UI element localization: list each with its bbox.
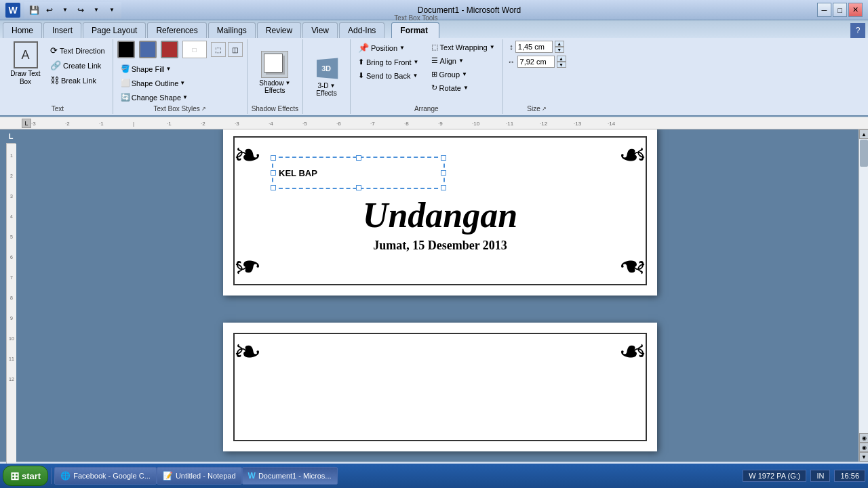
break-link-button[interactable]: ⛓ Break Link: [47, 73, 108, 87]
handle-bl[interactable]: [271, 185, 276, 190]
3d-effects-button[interactable]: 3D 3-D ▼ Effects: [308, 52, 344, 100]
scroll-up-button[interactable]: ▲: [859, 129, 868, 139]
send-to-back-button[interactable]: ⬇ Send to Back ▼: [355, 69, 422, 82]
scroll-thumb[interactable]: [860, 140, 868, 167]
position-button[interactable]: 📌 Position ▼: [355, 41, 422, 55]
tab-home[interactable]: Home: [3, 22, 42, 38]
draw-textbox-label: Draw Text Box: [7, 70, 43, 86]
3d-dropdown[interactable]: ▼: [330, 83, 336, 89]
textbox-styles-expand[interactable]: ↗: [201, 106, 206, 112]
svg-text:|: |: [133, 121, 134, 127]
tab-view[interactable]: View: [302, 22, 338, 38]
svg-text:·8: ·8: [404, 121, 409, 127]
swatch-red[interactable]: [161, 41, 178, 58]
width-down[interactable]: ▼: [557, 62, 566, 68]
ruler-content: ·3 ·2 ·1 | ·1 ·2 ·3 ·4 ·5 ·6 ·7 ·8 ·9 ·1…: [31, 117, 868, 129]
handle-bm[interactable]: [356, 185, 361, 190]
save-button[interactable]: 💾: [27, 3, 41, 17]
shape-preview: □: [182, 41, 207, 58]
redo-button[interactable]: ↪: [74, 3, 87, 17]
text-direction-button[interactable]: ⟳ Text Direction: [47, 43, 108, 58]
svg-text:10: 10: [9, 336, 14, 341]
handle-tl[interactable]: [271, 155, 276, 161]
ribbon: Home Insert Page Layout References Maili…: [0, 20, 868, 117]
scroll-next-page[interactable]: ◉: [859, 443, 868, 452]
send-back-arrow: ▼: [412, 73, 418, 79]
draw-textbox-button[interactable]: A Draw Text Box: [7, 41, 44, 87]
tab-format[interactable]: Format: [391, 22, 439, 38]
height-up[interactable]: ▲: [555, 41, 564, 47]
svg-text:❧: ❧: [233, 333, 262, 371]
width-input[interactable]: [517, 56, 555, 68]
width-spin: ▲ ▼: [557, 56, 566, 68]
taskbar-btn-facebook[interactable]: 🌐 Facebook - Google C...: [54, 467, 157, 485]
scroll-prev-page[interactable]: ◉: [859, 433, 868, 443]
minimize-button[interactable]: ─: [817, 3, 831, 17]
size-expand[interactable]: ↗: [542, 106, 547, 112]
system-tray: IN: [810, 470, 830, 482]
undo-button[interactable]: ↩: [43, 3, 56, 17]
ribbon-group-size: ↕ ▲ ▼ ↔ ▲ ▼ Size ↗: [503, 39, 571, 114]
shadow-effects-button[interactable]: Shadow ▼ Effects: [254, 47, 295, 98]
taskbar-btn-notepad[interactable]: 📝 Untitled - Notepad: [157, 467, 242, 485]
tab-references[interactable]: References: [147, 22, 206, 38]
shape-btn-1[interactable]: ⬚: [211, 42, 226, 57]
svg-text:7: 7: [10, 275, 13, 280]
shape-btn-2[interactable]: ◫: [228, 42, 243, 57]
svg-text:5: 5: [10, 235, 13, 239]
subtitle: Jumat, 15 Desember 2013: [363, 239, 517, 253]
scroll-down-button[interactable]: ▼: [859, 452, 868, 462]
shape-fill-arrow: ▼: [166, 66, 172, 72]
tab-page-layout[interactable]: Page Layout: [83, 22, 146, 38]
qat-more[interactable]: ▼: [105, 3, 119, 17]
height-input[interactable]: [515, 41, 553, 53]
selected-textbox[interactable]: KEL BAP: [272, 157, 445, 189]
right-scrollbar[interactable]: ▲ ◉ ◉ ▼: [859, 129, 868, 462]
tab-mailings[interactable]: Mailings: [208, 22, 256, 38]
handle-br[interactable]: [441, 185, 446, 190]
start-button[interactable]: ⊞ start: [3, 466, 48, 486]
svg-text:·3: ·3: [31, 121, 36, 127]
undo-dropdown[interactable]: ▼: [58, 3, 72, 17]
scroll-track[interactable]: [859, 139, 868, 433]
shape-outline-button[interactable]: ⬜ Shape Outline ▼: [117, 77, 189, 89]
tab-insert[interactable]: Insert: [43, 22, 81, 38]
ruler-corner[interactable]: L: [22, 119, 31, 128]
ribbon-group-shadow: Shadow ▼ Effects Shadow Effects: [248, 39, 303, 114]
maximize-button[interactable]: □: [833, 3, 847, 17]
bring-to-front-button[interactable]: ⬆ Bring to Front ▼: [355, 56, 422, 68]
align-button[interactable]: ☰ Align ▼: [428, 54, 498, 67]
close-button[interactable]: ✕: [848, 3, 863, 17]
shape-fill-button[interactable]: 🪣 Shape Fill ▼: [117, 62, 175, 75]
height-icon: ↕: [509, 43, 513, 51]
ime-indicator: IN: [816, 472, 824, 480]
3d-effects-label: 3-D: [317, 82, 328, 89]
create-link-button[interactable]: 🔗 Create Link: [47, 58, 108, 73]
text-wrapping-button[interactable]: ⬚ Text Wrapping ▼: [428, 41, 498, 54]
tab-add-ins[interactable]: Add-Ins: [339, 22, 384, 38]
clock: 16:56: [834, 470, 865, 482]
height-down[interactable]: ▼: [555, 47, 564, 53]
swatch-black[interactable]: [117, 41, 135, 58]
width-input-row: ↔ ▲ ▼: [508, 56, 566, 68]
main-area: L 1 2 3 4 5 6 7 8 9 10 11 12: [0, 129, 868, 462]
svg-text:2: 2: [10, 174, 13, 178]
handle-tm[interactable]: [356, 155, 361, 161]
rotate-button[interactable]: ↻ Rotate ▼: [428, 81, 498, 94]
change-shape-button[interactable]: 🔄 Change Shape ▼: [117, 91, 191, 104]
svg-text:·11: ·11: [506, 121, 514, 127]
width-up[interactable]: ▲: [557, 56, 566, 62]
help-button[interactable]: ?: [850, 23, 865, 38]
group-button[interactable]: ⊞ Group ▼: [428, 68, 498, 81]
redo-dropdown[interactable]: ▼: [90, 3, 103, 17]
handle-ml[interactable]: [271, 170, 276, 176]
shadow-effects-dropdown[interactable]: ▼: [285, 80, 290, 86]
swatch-blue[interactable]: [139, 41, 157, 58]
document-area[interactable]: ❧ ❧ ❧: [22, 129, 859, 462]
word-app-icon[interactable]: W: [5, 3, 20, 18]
tab-review[interactable]: Review: [257, 22, 301, 38]
scroll-bottom-btns: ◉ ◉ ▼: [859, 433, 868, 462]
handle-tr[interactable]: [441, 155, 446, 161]
taskbar-btn-word[interactable]: W Document1 - Micros...: [242, 467, 338, 485]
handle-mr[interactable]: [441, 170, 446, 176]
